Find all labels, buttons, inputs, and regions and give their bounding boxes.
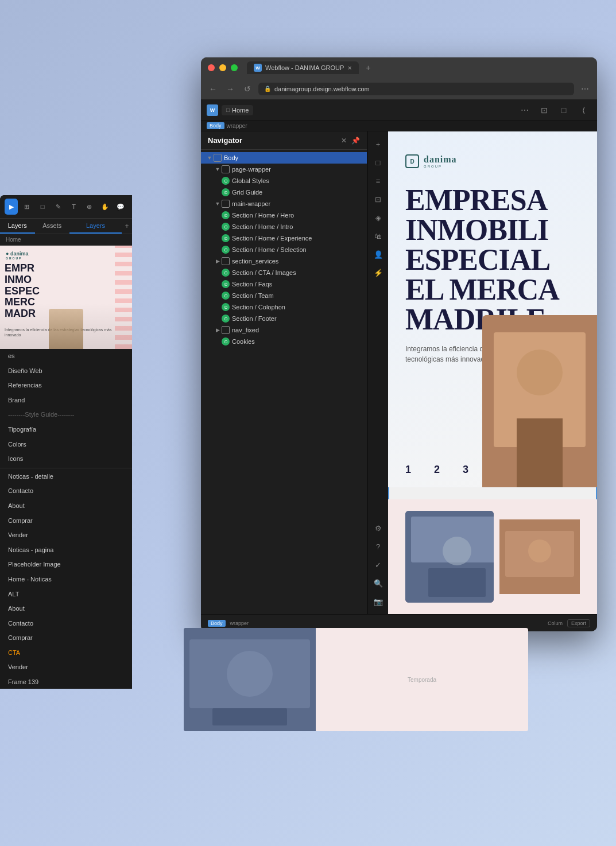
- refresh-button[interactable]: ↺: [241, 83, 254, 95]
- tree-item-section-footer[interactable]: ⊙ Section / Footer: [201, 313, 367, 324]
- forward-button[interactable]: →: [224, 83, 237, 95]
- tree-label: Cookies: [232, 338, 255, 345]
- component-icon: ⊙: [222, 303, 230, 311]
- more-menu-button[interactable]: ⋯: [517, 102, 533, 118]
- layer-item[interactable]: es: [0, 349, 132, 364]
- component-icon: ⊙: [222, 246, 230, 254]
- tab-layers[interactable]: Layers: [0, 219, 35, 234]
- pen-tool[interactable]: ✎: [52, 199, 65, 215]
- settings-icon[interactable]: ⚙: [370, 520, 386, 536]
- site-bottom-image-2: [499, 519, 580, 594]
- navigator-actions: ✕ 📌: [341, 137, 360, 145]
- layer-item[interactable]: About: [0, 601, 132, 616]
- text-tool[interactable]: T: [67, 199, 80, 215]
- layer-item[interactable]: Contacto: [0, 484, 132, 499]
- layer-item[interactable]: Diseño Web: [0, 364, 132, 379]
- tree-item-cookies[interactable]: ⊙ Cookies: [201, 336, 367, 347]
- tree-item-section-experience[interactable]: ⊙ Section / Home / Experience: [201, 232, 367, 244]
- hand-tool[interactable]: ✋: [99, 199, 112, 215]
- close-navigator-icon[interactable]: ✕: [341, 137, 347, 145]
- help-icon[interactable]: ?: [370, 538, 386, 554]
- browser-tab[interactable]: W Webflow - DANIMA GROUP ✕: [247, 61, 359, 74]
- shape-tool[interactable]: □: [36, 199, 49, 215]
- more-options-button[interactable]: ⋯: [579, 83, 591, 95]
- address-bar[interactable]: 🔒 danimagroup.design.webflow.com: [258, 83, 574, 95]
- component-icon: ⊙: [222, 280, 230, 288]
- tree-item-body[interactable]: ▼ Body: [201, 152, 367, 164]
- minimize-button[interactable]: [219, 64, 226, 71]
- comment-tool[interactable]: 💬: [114, 199, 127, 215]
- layer-item[interactable]: Frame 139: [0, 675, 132, 689]
- browser-window: W Webflow - DANIMA GROUP ✕ + ← → ↺ 🔒 dan…: [201, 57, 597, 631]
- add-layer-icon[interactable]: +: [125, 222, 129, 230]
- tree-item-section-cta[interactable]: ⊙ Section / CTA / Images: [201, 267, 367, 278]
- layer-item[interactable]: Brand: [0, 393, 132, 408]
- frame-tool[interactable]: ⊞: [20, 199, 33, 215]
- component-tool[interactable]: ⊛: [83, 199, 96, 215]
- ecommerce-icon[interactable]: 🛍: [370, 228, 386, 244]
- tree-item-section-selection[interactable]: ⊙ Section / Home / Selection: [201, 244, 367, 255]
- device-button[interactable]: □: [556, 102, 572, 118]
- tree-item-section-intro[interactable]: ⊙ Section / Home / Intro: [201, 221, 367, 232]
- layer-item[interactable]: Home - Noticas: [0, 572, 132, 587]
- tab-close-icon[interactable]: ✕: [347, 65, 352, 71]
- layer-item[interactable]: Noticas - pagina: [0, 543, 132, 558]
- tree-label: main-wrapper: [232, 200, 270, 207]
- logic-icon[interactable]: ⚡: [370, 265, 386, 281]
- cms-icon[interactable]: ⊡: [370, 191, 386, 207]
- layer-item[interactable]: Contacto: [0, 616, 132, 631]
- layer-item-cta[interactable]: CTA: [0, 646, 132, 661]
- add-element-icon[interactable]: +: [370, 136, 386, 152]
- tree-item-global-styles[interactable]: ⊙ Global Styles: [201, 175, 367, 187]
- layer-item[interactable]: Referencias: [0, 378, 132, 393]
- back-button[interactable]: ←: [207, 83, 219, 95]
- select-tool[interactable]: ▶: [5, 199, 18, 215]
- tree-item-section-services[interactable]: ▶ section_services: [201, 255, 367, 267]
- browser-titlebar: W Webflow - DANIMA GROUP ✕ +: [201, 57, 597, 78]
- page-selector[interactable]: □ Home: [222, 105, 253, 115]
- layer-item-about[interactable]: About: [0, 499, 132, 514]
- layer-item[interactable]: ALT: [0, 587, 132, 602]
- tab-assets[interactable]: Assets: [35, 219, 70, 234]
- component-icon: ⊙: [222, 223, 230, 231]
- layer-item[interactable]: Comprar: [0, 514, 132, 529]
- tree-item-nav-fixed[interactable]: ▶ nav_fixed: [201, 324, 367, 336]
- preview-image: [0, 303, 132, 349]
- new-tab-button[interactable]: +: [366, 63, 370, 72]
- layer-item[interactable]: --------Style Guide--------: [0, 408, 132, 422]
- layer-item[interactable]: Comprar: [0, 631, 132, 646]
- tree-item-section-team[interactable]: ⊙ Section / Team: [201, 290, 367, 301]
- assets-icon[interactable]: ◈: [370, 209, 386, 226]
- search-icon[interactable]: 🔍: [370, 575, 386, 591]
- layer-item[interactable]: Colors: [0, 437, 132, 452]
- layer-item[interactable]: Noticas - detalle: [0, 469, 132, 484]
- layer-item[interactable]: Tipografía: [0, 422, 132, 437]
- navigator-icon[interactable]: ≡: [370, 173, 386, 189]
- body-tag: Body: [207, 122, 224, 129]
- bottom-text-label: Temporada: [408, 677, 436, 683]
- bottom-image-strip: Temporada: [184, 628, 528, 731]
- export-button[interactable]: Export: [567, 619, 590, 627]
- tree-item-section-hero[interactable]: ⊙ Section / Home / Hero: [201, 209, 367, 221]
- close-button[interactable]: [208, 64, 215, 71]
- users-icon[interactable]: 👤: [370, 246, 386, 262]
- maximize-button[interactable]: [231, 64, 238, 71]
- tree-item-grid-guide[interactable]: ⊙ Grid Guide: [201, 187, 367, 198]
- body-status-tag[interactable]: Body: [208, 620, 226, 627]
- tab-design[interactable]: Layers: [69, 219, 122, 234]
- layer-item[interactable]: Icons: [0, 452, 132, 467]
- share-button[interactable]: ⟨: [575, 102, 591, 118]
- tree-item-section-faqs[interactable]: ⊙ Section / Faqs: [201, 278, 367, 290]
- layer-item[interactable]: Placeholder Image: [0, 557, 132, 572]
- layer-item[interactable]: Vender: [0, 528, 132, 543]
- pin-navigator-icon[interactable]: 📌: [351, 137, 360, 145]
- tree-item-page-wrapper[interactable]: ▼ page-wrapper: [201, 164, 367, 175]
- tree-item-section-colophon[interactable]: ⊙ Section / Colophon: [201, 301, 367, 313]
- video-icon[interactable]: 📷: [370, 593, 386, 610]
- tree-item-main-wrapper[interactable]: ▼ main-wrapper: [201, 198, 367, 209]
- component-icon: ⊙: [222, 188, 230, 196]
- pages-icon[interactable]: □: [370, 154, 386, 170]
- preview-button[interactable]: ⊡: [536, 102, 552, 118]
- checkmark-icon[interactable]: ✓: [370, 557, 386, 573]
- layer-item[interactable]: Vender: [0, 660, 132, 675]
